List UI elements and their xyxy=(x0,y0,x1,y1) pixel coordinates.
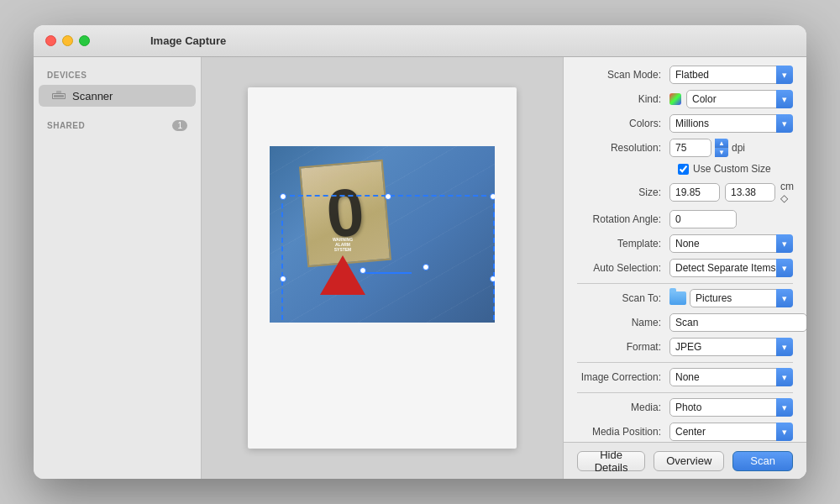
colors-control: Millions xyxy=(669,114,793,133)
format-label: Format: xyxy=(577,341,669,353)
format-control: JPEG xyxy=(669,338,793,356)
rotation-row: Rotation Angle: xyxy=(577,210,793,228)
template-select[interactable]: None xyxy=(669,234,793,253)
auto-selection-select-wrapper: Detect Separate Items xyxy=(669,259,793,277)
scan-to-select[interactable]: Pictures xyxy=(690,289,793,307)
kind-select[interactable]: Color xyxy=(686,90,793,108)
format-select-wrapper: JPEG xyxy=(669,338,793,356)
scan-mode-select[interactable]: Flatbed xyxy=(669,66,793,84)
image-correction-control: None xyxy=(669,368,793,386)
size-row: Size: cm ◇ xyxy=(577,181,793,204)
sidebar: DEVICES Scanner SHARED 1 xyxy=(34,57,202,479)
settings-area: Scan Mode: Flatbed Kind: xyxy=(564,57,806,442)
sidebar-item-scanner[interactable]: Scanner xyxy=(39,85,196,107)
size-height-input[interactable] xyxy=(725,183,775,202)
template-select-wrapper: None xyxy=(669,234,793,253)
overview-button[interactable]: Overview xyxy=(654,451,724,471)
name-label: Name: xyxy=(577,317,669,328)
name-input[interactable] xyxy=(669,313,806,332)
scan-mode-row: Scan Mode: Flatbed xyxy=(577,66,793,84)
template-label: Template: xyxy=(577,238,669,249)
custom-size-checkbox[interactable] xyxy=(678,164,689,175)
hide-details-button[interactable]: Hide Details xyxy=(577,451,645,471)
kind-select-wrapper: Color xyxy=(686,90,793,108)
name-row: Name: xyxy=(577,313,793,332)
size-label: Size: xyxy=(577,186,669,198)
custom-size-label[interactable]: Use Custom Size xyxy=(678,163,771,175)
name-control xyxy=(669,313,806,332)
scan-to-select-wrapper: Pictures xyxy=(690,289,793,307)
window-title: Image Capture xyxy=(150,34,226,47)
close-button[interactable] xyxy=(45,35,56,46)
colors-row: Colors: Millions xyxy=(577,114,793,133)
format-row: Format: JPEG xyxy=(577,338,793,356)
auto-selection-label: Auto Selection: xyxy=(577,262,669,274)
resolution-stepper-up[interactable]: ▲ xyxy=(715,139,728,148)
resolution-input[interactable] xyxy=(669,139,711,157)
image-correction-label: Image Correction: xyxy=(577,371,669,383)
resolution-row: Resolution: ▲ ▼ dpi xyxy=(577,139,793,157)
media-select[interactable]: Photo xyxy=(669,398,793,417)
scan-button[interactable]: Scan xyxy=(732,451,793,471)
media-position-row: Media Position: Center xyxy=(577,423,793,441)
kind-row: Kind: Color xyxy=(577,90,793,108)
colors-select-wrapper: Millions xyxy=(669,114,793,133)
resolution-stepper-down[interactable]: ▼ xyxy=(715,148,728,157)
warning-triangle: WARNINGALARMSYSTEM xyxy=(320,255,365,295)
minimize-button[interactable] xyxy=(62,35,73,46)
scanner-label: Scanner xyxy=(72,90,113,102)
scan-mode-select-wrapper: Flatbed xyxy=(669,66,793,84)
traffic-lights xyxy=(45,35,90,46)
shared-section-label: SHARED xyxy=(47,121,85,130)
resolution-label: Resolution: xyxy=(577,142,669,154)
custom-size-text: Use Custom Size xyxy=(693,163,771,175)
size-width-input[interactable] xyxy=(669,183,720,202)
rotation-label: Rotation Angle: xyxy=(577,213,669,225)
size-control: cm ◇ xyxy=(669,181,794,204)
kind-label: Kind: xyxy=(577,93,669,105)
image-correction-row: Image Correction: None xyxy=(577,368,793,386)
main-window: Image Capture DEVICES Scanner SHA xyxy=(34,25,806,479)
auto-selection-select[interactable]: Detect Separate Items xyxy=(669,259,793,277)
shared-section: SHARED 1 xyxy=(34,117,201,136)
media-select-wrapper: Photo xyxy=(669,398,793,417)
scan-image-inner: 0 WARNINGALARMSYSTEM xyxy=(270,146,495,323)
media-control: Photo xyxy=(669,398,793,417)
shared-header: SHARED 1 xyxy=(34,117,201,136)
scan-mode-label: Scan Mode: xyxy=(577,69,669,81)
dpi-label: dpi xyxy=(732,142,745,154)
svg-rect-2 xyxy=(54,95,64,97)
content-area: DEVICES Scanner SHARED 1 xyxy=(34,57,806,479)
svg-rect-3 xyxy=(56,91,61,93)
template-control: None xyxy=(669,234,793,253)
warning-sticker: WARNINGALARMSYSTEM xyxy=(320,255,366,297)
media-position-label: Media Position: xyxy=(577,426,669,438)
scan-to-control: Pictures xyxy=(669,289,793,307)
colors-select[interactable]: Millions xyxy=(669,114,793,133)
media-position-select[interactable]: Center xyxy=(669,423,793,441)
media-row: Media: Photo xyxy=(577,398,793,417)
image-correction-select[interactable]: None xyxy=(669,368,793,386)
separator-3 xyxy=(577,392,793,393)
media-label: Media: xyxy=(577,402,669,413)
auto-selection-control: Detect Separate Items xyxy=(669,259,793,277)
bottom-bar: Hide Details Overview Scan xyxy=(564,442,806,479)
devices-section-label: DEVICES xyxy=(34,67,201,85)
titlebar: Image Capture xyxy=(34,25,806,57)
template-row: Template: None xyxy=(577,234,793,253)
media-position-control: Center xyxy=(669,423,793,441)
format-select[interactable]: JPEG xyxy=(669,338,793,356)
scan-to-label: Scan To: xyxy=(577,292,669,304)
custom-size-row: Use Custom Size xyxy=(577,163,793,175)
scan-image: 0 WARNINGALARMSYSTEM xyxy=(270,146,495,323)
maximize-button[interactable] xyxy=(79,35,90,46)
media-position-select-wrapper: Center xyxy=(669,423,793,441)
rotation-input[interactable] xyxy=(669,210,737,228)
separator-1 xyxy=(577,283,793,284)
main-preview-area: 0 WARNINGALARMSYSTEM xyxy=(202,57,563,479)
rotation-control xyxy=(669,210,793,228)
scan-preview: 0 WARNINGALARMSYSTEM xyxy=(202,57,563,479)
resolution-control: ▲ ▼ dpi xyxy=(669,139,793,157)
scan-to-row: Scan To: Pictures xyxy=(577,289,793,307)
folder-icon xyxy=(669,291,686,305)
